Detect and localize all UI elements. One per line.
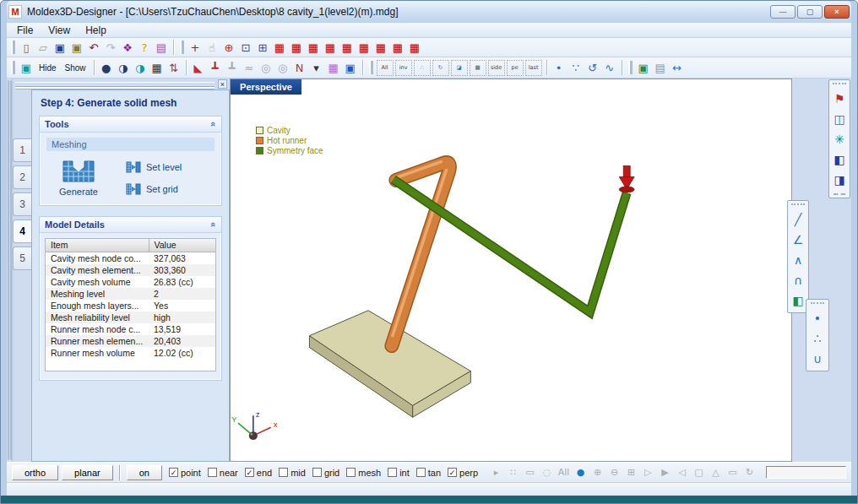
fit-view-icon[interactable]: ⊞: [254, 40, 271, 56]
boundary-face-icon[interactable]: ◣: [190, 60, 207, 76]
checkbox-box[interactable]: [346, 468, 356, 477]
set-level-button[interactable]: Set level: [126, 161, 182, 173]
poly-plus-icon[interactable]: ▷: [640, 465, 656, 480]
view-cube-2-icon[interactable]: ▦: [305, 40, 322, 56]
wizard-step-tab[interactable]: 1: [13, 138, 31, 162]
table-row[interactable]: Meshing level 2: [46, 288, 215, 300]
coordinate-field[interactable]: [766, 466, 846, 479]
pick-all-icon[interactable]: All: [556, 465, 572, 480]
table-row[interactable]: Enough mesh layers... Yes: [46, 300, 215, 312]
wedge-pick-icon[interactable]: ◨: [829, 170, 850, 190]
view-cube-6-icon[interactable]: ▦: [372, 40, 389, 56]
grab-hand-icon[interactable]: ☝: [204, 40, 220, 56]
view-cube-8-icon[interactable]: ▦: [406, 40, 423, 56]
probe-node-add-icon[interactable]: ∵: [567, 60, 584, 76]
rect-plus-icon[interactable]: ▭: [725, 465, 741, 480]
collapse-chevron-icon[interactable]: «: [209, 122, 219, 127]
polyline-tool-icon[interactable]: ∠: [788, 230, 808, 250]
snap-checkbox[interactable]: ✓ perp: [448, 468, 478, 478]
print-icon[interactable]: ▤: [153, 40, 170, 56]
shade-sphere-2-icon[interactable]: ◑: [115, 60, 132, 76]
select-side-icon[interactable]: side: [488, 60, 505, 76]
view-cube-1-icon[interactable]: ▦: [288, 40, 305, 56]
show-button[interactable]: Show: [61, 61, 90, 75]
select-last-icon[interactable]: last: [525, 60, 542, 76]
runner-design-icon[interactable]: ┻: [207, 60, 224, 76]
line-tool-icon[interactable]: ╱: [788, 209, 808, 230]
dock-grip[interactable]: [15, 82, 214, 87]
about-icon[interactable]: ?: [136, 40, 153, 56]
curve-chart-icon[interactable]: N: [291, 60, 308, 76]
snap-checkbox[interactable]: mid: [279, 468, 306, 478]
sphere-minus-icon[interactable]: ⊖: [606, 465, 622, 480]
minimize-button[interactable]: —: [770, 5, 796, 19]
tri-plus-icon[interactable]: △: [708, 465, 724, 480]
maximize-button[interactable]: ▢: [797, 5, 823, 19]
wizard-step-tab[interactable]: 2: [13, 165, 31, 189]
cavity-plate[interactable]: [309, 311, 470, 417]
pick-sphere-icon[interactable]: ●: [573, 465, 589, 480]
point-tool-icon[interactable]: •: [807, 308, 828, 328]
model-tree-icon[interactable]: ▣: [18, 60, 35, 76]
toolbar-grip[interactable]: [628, 61, 633, 74]
curve-point-tool-icon[interactable]: ∪: [807, 349, 828, 369]
select-invert-icon[interactable]: inv: [395, 60, 412, 76]
perspective-tab[interactable]: Perspective: [231, 79, 301, 95]
toolbar-grip[interactable]: [791, 203, 805, 207]
checkbox-box[interactable]: ✓: [169, 468, 178, 477]
select-prev-icon[interactable]: pe: [507, 60, 524, 76]
collapse-chevron-icon[interactable]: «: [209, 222, 219, 227]
mesh-toggle-icon[interactable]: ✳: [829, 129, 850, 149]
table-row[interactable]: Cavity mesh element... 303,360: [46, 264, 215, 276]
poly-minus-icon[interactable]: ▶: [657, 465, 673, 480]
undo-icon[interactable]: ↶: [85, 40, 102, 56]
arc-tool-icon[interactable]: ∩: [788, 270, 808, 290]
new-file-icon[interactable]: ▯: [18, 40, 35, 56]
display-settings-icon[interactable]: ▣: [342, 60, 359, 76]
toolbar-grip[interactable]: [834, 193, 845, 196]
mesh-display-icon[interactable]: ▤: [652, 60, 669, 76]
menu-item[interactable]: View: [41, 24, 77, 37]
fit-curve-icon[interactable]: ∿: [601, 60, 618, 76]
snap-checkbox[interactable]: near: [208, 468, 238, 478]
poly-box-icon[interactable]: ▢: [691, 465, 707, 480]
dock-drag-handle[interactable]: [7, 79, 13, 462]
pick-window-icon[interactable]: ▭: [522, 465, 538, 480]
view-cube-5-icon[interactable]: ▦: [356, 40, 372, 56]
mesh-grid-red-icon[interactable]: ▦: [271, 40, 288, 56]
menu-item[interactable]: File: [10, 24, 40, 37]
wedge-display-icon[interactable]: ◧: [829, 149, 850, 170]
sphere-add-icon[interactable]: ⊞: [623, 465, 639, 480]
snapshot-icon[interactable]: ▣: [635, 60, 652, 76]
select-solid-icon[interactable]: ◪: [451, 60, 468, 76]
toolbar-grip[interactable]: [11, 61, 15, 74]
snap-checkbox[interactable]: grid: [312, 468, 339, 478]
wizard-step-tab[interactable]: 3: [13, 192, 31, 216]
select-mesh-icon[interactable]: ▦: [470, 60, 486, 76]
save-copy-icon[interactable]: ▣: [68, 40, 85, 56]
hide-button[interactable]: Hide: [35, 61, 61, 75]
select-rotate-icon[interactable]: ↻: [432, 60, 449, 76]
select-all-icon[interactable]: All: [377, 60, 394, 76]
open-folder-icon[interactable]: ▱: [35, 40, 52, 56]
snap-checkbox[interactable]: ✓ end: [245, 468, 272, 478]
circle-tool-icon[interactable]: ◎: [258, 60, 274, 76]
normals-icon[interactable]: ⇅: [166, 60, 182, 76]
dimension-icon[interactable]: ↔: [669, 60, 686, 76]
table-row[interactable]: Cavity mesh volume 26.83 (cc): [46, 276, 215, 288]
grid-settings-icon[interactable]: ▦: [325, 60, 342, 76]
pick-node-icon[interactable]: ▸: [488, 465, 504, 480]
snap-checkbox[interactable]: tan: [416, 468, 441, 478]
snap-checkbox[interactable]: ✓ point: [169, 468, 201, 478]
runner-design-gray-icon[interactable]: ┻: [224, 60, 241, 76]
redo-icon[interactable]: ↷: [102, 40, 119, 56]
generate-mesh-button[interactable]: Generate: [46, 156, 111, 197]
toolbar-grip[interactable]: [811, 302, 824, 306]
measure-arc-icon[interactable]: ↺: [584, 60, 601, 76]
set-grid-button[interactable]: Set grid: [126, 183, 182, 195]
wizard-step-tab[interactable]: 4: [13, 219, 31, 243]
select-node-icon[interactable]: ∴: [414, 60, 431, 76]
help-book-icon[interactable]: ❖: [119, 40, 136, 56]
shade-sphere-icon[interactable]: ●: [98, 60, 115, 76]
pan-icon[interactable]: +: [187, 40, 204, 56]
